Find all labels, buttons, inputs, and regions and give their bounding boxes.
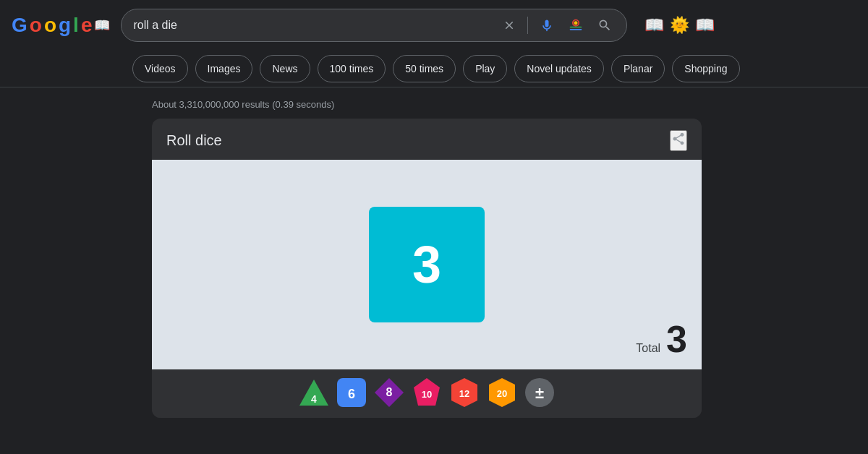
tab-news[interactable]: News	[260, 55, 310, 82]
d10-icon: 10	[411, 377, 443, 408]
tab-100times[interactable]: 100 times	[318, 55, 386, 82]
header-right-icons: 📖 🌞 📖	[644, 16, 715, 35]
nav-bar: Videos Images News 100 times 50 times Pl…	[0, 51, 868, 87]
dice-display[interactable]: 3 Total 3	[152, 160, 702, 369]
d8-icon: 8	[373, 377, 405, 408]
svg-point-1	[574, 21, 578, 25]
d20-icon: 20	[486, 377, 518, 408]
logo-o1: o	[30, 14, 41, 37]
mic-icon	[540, 18, 554, 33]
dice-total-label: Total	[636, 342, 660, 355]
dice-total: Total 3	[636, 320, 687, 358]
d4-icon: 4	[298, 377, 330, 408]
logo-o2: o	[44, 14, 56, 37]
logo-e: e	[81, 14, 92, 37]
d12-icon: 12	[448, 377, 480, 408]
logo-g2: g	[59, 14, 70, 37]
lens-icon	[569, 18, 583, 33]
dice-d8-button[interactable]: 8	[373, 377, 405, 411]
search-divider	[527, 17, 528, 34]
google-logo[interactable]: Google 📖	[12, 14, 109, 37]
tab-images[interactable]: Images	[195, 55, 253, 82]
dice-d4-button[interactable]: 4	[298, 377, 330, 411]
dice-add-button[interactable]: ±	[524, 377, 556, 411]
dice-total-number: 3	[666, 320, 687, 358]
logo-g: G	[12, 14, 27, 37]
dice-d12-button[interactable]: 12	[448, 377, 480, 411]
logo-l: l	[73, 14, 78, 37]
tab-shopping[interactable]: Shopping	[672, 55, 739, 82]
header: Google 📖	[0, 0, 868, 51]
clear-button[interactable]	[500, 19, 519, 32]
svg-rect-2	[570, 27, 582, 28]
d6-icon: 6	[336, 377, 367, 408]
dice-d10-button[interactable]: 10	[411, 377, 443, 411]
tab-videos[interactable]: Videos	[132, 55, 188, 82]
tab-play[interactable]: Play	[463, 55, 507, 82]
doodle-sun-icon: 🌞	[670, 16, 689, 35]
dice-card: Roll dice 3 Total 3 4	[152, 119, 702, 418]
svg-rect-3	[570, 29, 582, 30]
tab-planar[interactable]: Planar	[611, 55, 665, 82]
svg-text:10: 10	[422, 389, 432, 400]
dice-d20-button[interactable]: 20	[486, 377, 518, 411]
svg-text:8: 8	[386, 386, 393, 398]
lens-button[interactable]	[566, 18, 586, 33]
mic-button[interactable]	[537, 18, 557, 33]
search-input[interactable]	[133, 19, 491, 32]
tab-50times[interactable]: 50 times	[393, 55, 456, 82]
results-area: About 3,310,000,000 results (0.39 second…	[0, 87, 868, 418]
dice-card-header: Roll dice	[152, 119, 702, 160]
doodle-book-icon: 📖	[644, 16, 664, 35]
dice-card-title: Roll dice	[166, 132, 222, 149]
dice-d6-button[interactable]: 6	[336, 377, 367, 411]
svg-text:6: 6	[348, 387, 355, 401]
add-dice-icon: ±	[524, 377, 556, 408]
search-bar	[121, 9, 627, 42]
clear-icon	[503, 19, 516, 32]
dice-selector: 4 6 8 10	[152, 369, 702, 418]
share-button[interactable]	[670, 130, 687, 151]
search-icon	[597, 18, 612, 33]
doodle-book2-icon: 📖	[695, 16, 715, 35]
svg-text:20: 20	[497, 388, 507, 399]
svg-text:±: ±	[535, 384, 544, 402]
tab-novel-updates[interactable]: Novel updates	[514, 55, 604, 82]
svg-text:12: 12	[459, 388, 469, 399]
svg-text:4: 4	[311, 393, 317, 405]
share-icon	[671, 132, 686, 146]
search-button[interactable]	[595, 18, 615, 33]
dice-face[interactable]: 3	[369, 207, 485, 322]
results-count: About 3,310,000,000 results (0.39 second…	[152, 93, 856, 116]
logo-book-left-icon: 📖	[94, 17, 109, 33]
